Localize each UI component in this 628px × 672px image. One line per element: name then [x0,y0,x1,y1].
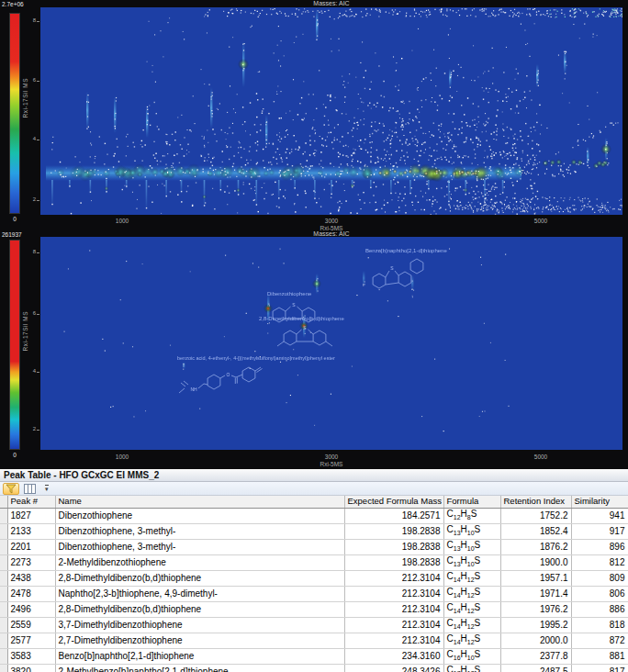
toolbar-overflow-button[interactable]: ▾ [45,485,49,492]
intensity-colorbar-top[interactable] [9,13,20,214]
similarity-cell[interactable]: 809 [571,570,628,586]
similarity-cell[interactable]: 881 [571,648,628,664]
name-cell[interactable]: Dibenzothiophene, 3-methyl- [55,539,344,554]
ri-cell[interactable]: 1971.4 [500,586,571,601]
name-cell[interactable]: 2-Methylbenzo[b]naphtho[2,1-d]thiophene [55,664,344,672]
peak-number-cell[interactable]: 2133 [7,523,55,539]
name-cell[interactable]: 2,8-Dimethyldibenzo(b,d)thiophene [55,570,344,586]
mass-cell[interactable]: 198.2838 [344,523,443,539]
peak-number-cell[interactable]: 2438 [7,570,55,586]
mass-cell[interactable]: 234.3160 [344,648,443,664]
mass-cell[interactable]: 212.3104 [344,633,443,648]
peak-table-row[interactable]: 25772,7-Dimethyldibenzothiophene212.3104… [0,633,628,648]
filter-button[interactable] [3,483,19,495]
ri-cell[interactable]: 2377.8 [500,648,571,664]
formula-cell[interactable]: C14H12S [443,586,500,601]
ri-cell[interactable]: 2487.5 [500,664,571,672]
intensity-colorbar-bottom[interactable] [9,240,20,450]
formula-cell[interactable]: C12H8S [443,508,500,523]
peak-table-row[interactable]: 38202-Methylbenzo[b]naphtho[2,1-d]thioph… [0,664,628,672]
row-selector[interactable] [0,523,7,539]
name-cell[interactable]: Naphtho[2,3-b]thiophene, 4,9-dimethyl- [55,586,344,601]
peak-number-cell[interactable]: 2496 [7,601,55,617]
ri-cell[interactable]: 1995.2 [500,617,571,633]
peak-number-cell[interactable]: 3583 [7,648,55,664]
mass-cell[interactable]: 212.3104 [344,617,443,633]
similarity-cell[interactable]: 941 [571,508,628,523]
name-cell[interactable]: 2,7-Dimethyldibenzothiophene [55,633,344,648]
formula-cell[interactable]: C14H12S [443,617,500,633]
peak-table-row[interactable]: 24382,8-Dimethyldibenzo(b,d)thiophene212… [0,570,628,586]
similarity-cell[interactable]: 886 [571,601,628,617]
mass-cell[interactable]: 198.2838 [344,554,443,570]
similarity-cell[interactable]: 812 [571,554,628,570]
peak-table-row[interactable]: 1827Dibenzothiophene184.2571C12H8S1752.2… [0,508,628,523]
formula-cell[interactable]: C14H12S [443,570,500,586]
row-selector[interactable] [0,664,7,672]
similarity-cell[interactable]: 917 [571,523,628,539]
row-selector[interactable] [0,508,7,523]
name-cell[interactable]: 3,7-Dimethyldibenzothiophene [55,617,344,633]
column-header-similarity[interactable]: Similarity [571,496,628,508]
column-header-expected-formula-mass[interactable]: Expected Formula Mass [344,496,443,508]
mass-cell[interactable]: 198.2838 [344,539,443,554]
peak-table-row[interactable]: 2201Dibenzothiophene, 3-methyl-198.2838C… [0,539,628,554]
name-cell[interactable]: Benzo[b]naphtho[2,1-d]thiophene [55,648,344,664]
formula-cell[interactable]: C14H12S [443,601,500,617]
mass-cell[interactable]: 248.3426 [344,664,443,672]
columns-button[interactable] [21,483,38,495]
peak-number-cell[interactable]: 2273 [7,554,55,570]
formula-cell[interactable]: C17H12S [443,664,500,672]
name-cell[interactable]: Dibenzothiophene [55,508,344,523]
formula-cell[interactable]: C13H10S [443,523,500,539]
ri-cell[interactable]: 2000.0 [500,633,571,648]
formula-cell[interactable]: C13H10S [443,554,500,570]
row-selector[interactable] [0,617,7,633]
row-selector[interactable] [0,570,7,586]
peak-table-row[interactable]: 24962,8-Dimethyldibenzo(b,d)thiophene212… [0,601,628,617]
peak-table-row[interactable]: 25593,7-Dimethyldibenzothiophene212.3104… [0,617,628,633]
peak-table-row[interactable]: 3583Benzo[b]naphtho[2,1-d]thiophene234.3… [0,648,628,664]
column-header-peak-[interactable]: Peak # [7,496,55,508]
ri-cell[interactable]: 1900.0 [500,554,571,570]
name-cell[interactable]: 2-Methyldibenzothiophene [55,554,344,570]
ri-cell[interactable]: 1957.1 [500,570,571,586]
similarity-cell[interactable]: 872 [571,633,628,648]
formula-cell[interactable]: C13H10S [443,539,500,554]
ri-cell[interactable]: 1852.4 [500,523,571,539]
mass-cell[interactable]: 212.3104 [344,601,443,617]
peak-table-row[interactable]: 2478Naphtho[2,3-b]thiophene, 4,9-dimethy… [0,586,628,601]
row-selector[interactable] [0,633,7,648]
similarity-cell[interactable]: 818 [571,617,628,633]
similarity-cell[interactable]: 817 [571,664,628,672]
mass-cell[interactable]: 212.3104 [344,570,443,586]
row-selector[interactable] [0,539,7,554]
peak-number-cell[interactable]: 1827 [7,508,55,523]
row-selector[interactable] [0,554,7,570]
ri-cell[interactable]: 1976.2 [500,601,571,617]
chromatogram-2d-plot-top[interactable] [40,7,622,215]
mass-cell[interactable]: 212.3104 [344,586,443,601]
name-cell[interactable]: 2,8-Dimethyldibenzo(b,d)thiophene [55,601,344,617]
peak-number-cell[interactable]: 2559 [7,617,55,633]
column-header-name[interactable]: Name [55,496,344,508]
name-cell[interactable]: Dibenzothiophene, 3-methyl- [55,523,344,539]
similarity-cell[interactable]: 806 [571,586,628,601]
ri-cell[interactable]: 1876.2 [500,539,571,554]
column-header-retention-index[interactable]: Retention Index [500,496,571,508]
peak-table-row[interactable]: 22732-Methyldibenzothiophene198.2838C13H… [0,554,628,570]
peak-number-cell[interactable]: 2201 [7,539,55,554]
similarity-cell[interactable]: 896 [571,539,628,554]
row-selector[interactable] [0,601,7,617]
formula-cell[interactable]: C16H10S [443,648,500,664]
row-selector[interactable] [0,648,7,664]
row-selector[interactable] [0,586,7,601]
column-header-formula[interactable]: Formula [443,496,500,508]
ri-cell[interactable]: 1752.2 [500,508,571,523]
peak-table-row[interactable]: 2133Dibenzothiophene, 3-methyl-198.2838C… [0,523,628,539]
mass-cell[interactable]: 184.2571 [344,508,443,523]
peak-number-cell[interactable]: 3820 [7,664,55,672]
formula-cell[interactable]: C14H12S [443,633,500,648]
peak-number-cell[interactable]: 2478 [7,586,55,601]
peak-number-cell[interactable]: 2577 [7,633,55,648]
